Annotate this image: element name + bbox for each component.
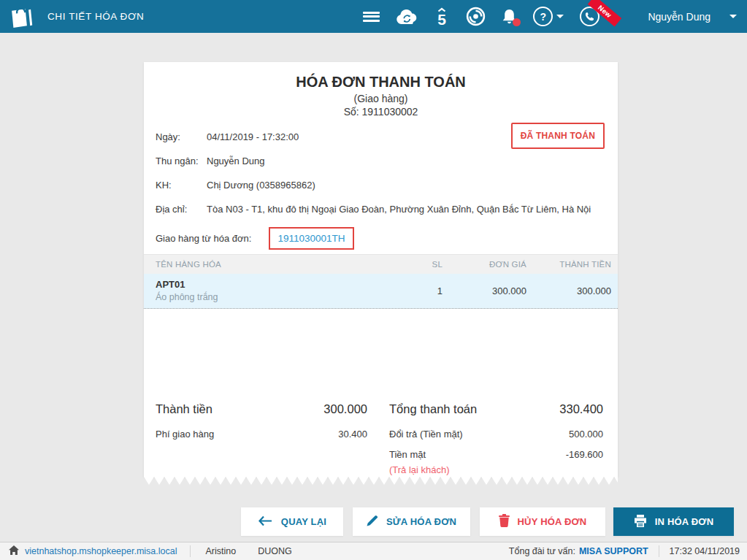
back-button[interactable]: QUAY LẠI bbox=[241, 507, 343, 536]
subtotal-row: Thành tiền 300.000 bbox=[156, 402, 367, 416]
totals-section: Thành tiền 300.000 Phí giao hàng 30.400 … bbox=[144, 402, 618, 475]
cash-label: Tiền mặt bbox=[389, 449, 426, 460]
shop-brand: Aristino bbox=[205, 546, 236, 556]
field-customer-value: Chị Dương (0358965862) bbox=[207, 180, 606, 191]
back-button-label: QUAY LẠI bbox=[281, 516, 326, 527]
field-address-label: Địa chỉ: bbox=[156, 204, 207, 215]
cash-note: (Trả lại khách) bbox=[389, 464, 603, 475]
site-url-link[interactable]: vietnhatshop.mshopkeeper.misa.local bbox=[25, 546, 177, 556]
status-datetime: 17:32 04/11/2019 bbox=[670, 546, 740, 556]
help-caret-icon bbox=[556, 15, 564, 18]
field-customer-label: KH: bbox=[156, 180, 207, 191]
shipping-row: Phí giao hàng 30.400 bbox=[156, 429, 367, 440]
cash-value: -169.600 bbox=[566, 449, 603, 460]
mshopkeeper-logo-icon bbox=[8, 4, 35, 29]
page-title: CHI TIẾT HÓA ĐƠN bbox=[47, 11, 144, 22]
exchange-value: 500.000 bbox=[569, 429, 603, 440]
grand-total-value: 330.400 bbox=[559, 402, 603, 416]
shop-branch: DUONG bbox=[258, 546, 292, 556]
user-name: Nguyễn Dung bbox=[648, 11, 710, 23]
source-invoice-link[interactable]: 1911030001TH bbox=[277, 233, 345, 244]
swirl-icon[interactable] bbox=[466, 7, 486, 26]
item-name-cell: APT01 Áo phông trắng bbox=[144, 279, 369, 302]
field-address: Địa chỉ: Tòa N03 - T1, khu đô thị Ngoại … bbox=[144, 204, 618, 215]
support-label: Tổng đài tư vấn: bbox=[509, 546, 575, 556]
cancel-invoice-button[interactable]: HỦY HÓA ĐƠN bbox=[480, 507, 605, 536]
cancel-button-label: HỦY HÓA ĐƠN bbox=[518, 516, 587, 527]
print-button-label: IN HÓA ĐƠN bbox=[655, 516, 714, 527]
exchange-row: Đổi trả (Tiền mặt) 500.000 bbox=[389, 429, 603, 440]
invoice-type: (Giao hàng) bbox=[144, 93, 618, 104]
item-name: Áo phông trắng bbox=[156, 292, 369, 302]
delivery-source-highlight-box: 1911030001TH bbox=[269, 227, 353, 250]
item-unit-price: 300.000 bbox=[443, 285, 526, 296]
shipping-value: 30.400 bbox=[338, 429, 367, 440]
help-menu[interactable]: ? bbox=[533, 7, 564, 26]
top-bar: CHI TIẾT HÓA ĐƠN 5 bbox=[0, 0, 747, 33]
sme5-icon[interactable]: 5 bbox=[434, 7, 450, 27]
footer-divider-right bbox=[659, 545, 659, 557]
table-row: APT01 Áo phông trắng 1 300.000 300.000 bbox=[144, 274, 618, 309]
grand-total-row: Tổng thanh toán 330.400 bbox=[389, 402, 603, 416]
exchange-label: Đổi trả (Tiền mặt) bbox=[389, 429, 463, 440]
edit-button-label: SỬA HÓA ĐƠN bbox=[386, 516, 456, 527]
footer-divider bbox=[190, 545, 191, 557]
header-amount: THÀNH TIỀN bbox=[526, 260, 618, 269]
printer-icon bbox=[634, 515, 647, 529]
item-code: APT01 bbox=[156, 279, 369, 290]
subtotal-value: 300.000 bbox=[323, 402, 367, 416]
menu-icon[interactable] bbox=[363, 9, 380, 23]
field-cashier-value: Nguyễn Dung bbox=[207, 156, 606, 166]
field-address-value: Tòa N03 - T1, khu đô thị Ngoại Giao Đoàn… bbox=[207, 204, 606, 215]
support-phone-icon[interactable]: New bbox=[580, 7, 599, 26]
header-unit-price: ĐƠN GIÁ bbox=[443, 260, 526, 269]
back-arrow-icon bbox=[258, 515, 273, 529]
grand-total-label: Tổng thanh toán bbox=[389, 402, 477, 416]
header-item-name: TÊN HÀNG HÓA bbox=[144, 260, 369, 269]
help-glyph: ? bbox=[540, 11, 547, 23]
field-date-label: Ngày: bbox=[156, 131, 207, 142]
notifications-bell-icon[interactable] bbox=[502, 8, 517, 26]
item-qty: 1 bbox=[369, 285, 443, 296]
subtotal-label: Thành tiền bbox=[156, 402, 212, 416]
invoice-fields: Ngày: 04/11/2019 - 17:32:00 Thu ngân: Ng… bbox=[144, 131, 618, 250]
edit-invoice-button[interactable]: SỬA HÓA ĐƠN bbox=[353, 507, 470, 536]
delivery-source-row: Giao hàng từ hóa đơn: 1911030001TH bbox=[144, 226, 618, 250]
items-table-header: TÊN HÀNG HÓA SL ĐƠN GIÁ THÀNH TIỀN bbox=[144, 254, 618, 274]
item-amount: 300.000 bbox=[526, 285, 618, 296]
receipt-torn-edge bbox=[144, 477, 618, 485]
notification-dot bbox=[513, 18, 521, 26]
cloud-sync-icon[interactable] bbox=[396, 9, 418, 25]
delivery-source-label: Giao hàng từ hóa đơn: bbox=[156, 233, 251, 244]
print-invoice-button[interactable]: IN HÓA ĐƠN bbox=[613, 507, 734, 536]
invoice-title: HÓA ĐƠN THANH TOÁN bbox=[144, 74, 618, 91]
header-qty: SL bbox=[369, 260, 443, 269]
shipping-label: Phí giao hàng bbox=[156, 429, 214, 440]
status-bar: vietnhatshop.mshopkeeper.misa.local Aris… bbox=[0, 542, 747, 560]
field-customer: KH: Chị Dương (0358965862) bbox=[144, 180, 618, 191]
cash-row: Tiền mặt -169.600 bbox=[389, 449, 603, 460]
trash-icon bbox=[499, 514, 510, 529]
field-cashier: Thu ngân: Nguyễn Dung bbox=[144, 156, 618, 166]
sme5-glyph: 5 bbox=[438, 11, 447, 27]
pencil-icon bbox=[367, 515, 378, 529]
help-icon: ? bbox=[533, 7, 553, 26]
user-caret-icon bbox=[729, 15, 737, 18]
invoice-receipt: HÓA ĐƠN THANH TOÁN (Giao hàng) Số: 19110… bbox=[144, 62, 618, 477]
misa-support-link[interactable]: MISA SUPPORT bbox=[579, 546, 648, 556]
user-menu[interactable]: Nguyễn Dung bbox=[648, 11, 737, 23]
home-icon bbox=[9, 545, 19, 557]
invoice-number: Số: 1911030002 bbox=[144, 106, 618, 118]
field-cashier-label: Thu ngân: bbox=[156, 156, 207, 166]
paid-status-stamp: ĐÃ THANH TOÁN bbox=[511, 123, 605, 149]
